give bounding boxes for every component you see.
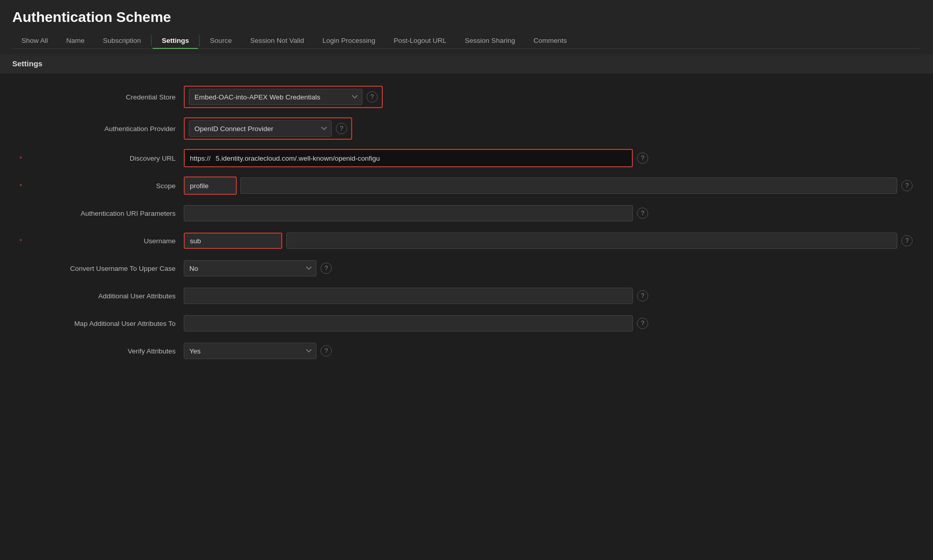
auth-provider-help-icon[interactable]: ?	[336, 123, 347, 134]
convert-username-select[interactable]: No Yes	[184, 260, 316, 276]
username-label: * Username	[20, 237, 184, 245]
tab-subscription[interactable]: Subscription	[94, 33, 150, 48]
page-header: Authentication Scheme Show All Name Subs…	[0, 0, 933, 54]
tab-settings[interactable]: Settings	[153, 33, 198, 48]
auth-uri-params-row: Authentication URI Parameters ?	[20, 204, 913, 222]
map-additional-user-attrs-label: Map Additional User Attributes To	[20, 320, 184, 327]
scope-label: * Scope	[20, 182, 184, 190]
auth-provider-label: Authentication Provider	[20, 125, 184, 133]
credential-store-row: Credential Store Embed-OAC-into-APEX Web…	[20, 86, 913, 108]
verify-attributes-row: Verify Attributes Yes No ?	[20, 342, 913, 360]
tab-login-processing[interactable]: Login Processing	[313, 33, 385, 48]
discovery-url-input[interactable]	[216, 150, 632, 166]
discovery-url-prefix: https://	[185, 151, 216, 165]
tab-session-not-valid[interactable]: Session Not Valid	[241, 33, 313, 48]
convert-username-row: Convert Username To Upper Case No Yes ?	[20, 259, 913, 277]
credential-store-label: Credential Store	[20, 93, 184, 101]
scope-extra-input[interactable]	[240, 177, 897, 194]
scope-row: * Scope ?	[20, 176, 913, 195]
tab-show-all[interactable]: Show All	[12, 33, 57, 48]
verify-attributes-label: Verify Attributes	[20, 347, 184, 355]
credential-store-select[interactable]: Embed-OAC-into-APEX Web Credentials	[189, 89, 362, 105]
scope-control: ?	[184, 176, 913, 195]
discovery-url-help-icon[interactable]: ?	[637, 152, 648, 164]
tab-separator-2	[199, 35, 200, 46]
verify-attributes-help-icon[interactable]: ?	[321, 345, 332, 357]
credential-store-highlight: Embed-OAC-into-APEX Web Credentials ?	[184, 86, 383, 108]
auth-provider-control: OpenID Connect Provider ?	[184, 117, 913, 140]
credential-store-help-icon[interactable]: ?	[366, 91, 378, 103]
map-additional-user-attrs-row: Map Additional User Attributes To ?	[20, 314, 913, 333]
tab-name[interactable]: Name	[57, 33, 94, 48]
additional-user-attrs-row: Additional User Attributes ?	[20, 287, 913, 305]
additional-user-attrs-label: Additional User Attributes	[20, 292, 184, 300]
tab-source[interactable]: Source	[201, 33, 241, 48]
auth-provider-row: Authentication Provider OpenID Connect P…	[20, 117, 913, 140]
credential-store-control: Embed-OAC-into-APEX Web Credentials ?	[184, 86, 913, 108]
page-title: Authentication Scheme	[12, 9, 921, 26]
discovery-url-label: * Discovery URL	[20, 155, 184, 162]
discovery-url-control: https:// ?	[184, 149, 913, 167]
auth-uri-params-input[interactable]	[184, 205, 633, 221]
username-input[interactable]	[185, 234, 281, 248]
scope-help-icon[interactable]: ?	[901, 180, 913, 191]
tab-comments[interactable]: Comments	[524, 33, 576, 48]
additional-user-attrs-input[interactable]	[184, 288, 633, 304]
section-heading: Settings	[0, 54, 933, 73]
username-highlight	[184, 233, 282, 249]
auth-uri-params-control: ?	[184, 205, 913, 221]
additional-user-attrs-control: ?	[184, 288, 913, 304]
scope-input[interactable]	[185, 177, 236, 194]
scope-highlight	[184, 176, 237, 195]
scope-required-star: *	[19, 182, 22, 190]
discovery-url-row: * Discovery URL https:// ?	[20, 149, 913, 167]
tab-post-logout-url[interactable]: Post-Logout URL	[384, 33, 456, 48]
convert-username-control: No Yes ?	[184, 260, 913, 276]
map-additional-user-attrs-input[interactable]	[184, 315, 633, 332]
tab-session-sharing[interactable]: Session Sharing	[456, 33, 524, 48]
discovery-url-input-wrap: https://	[184, 149, 633, 167]
discovery-url-required-star: *	[19, 155, 22, 163]
username-row: * Username ?	[20, 232, 913, 250]
verify-attributes-select[interactable]: Yes No	[184, 343, 316, 359]
verify-attributes-control: Yes No ?	[184, 343, 913, 359]
auth-provider-highlight: OpenID Connect Provider ?	[184, 117, 352, 140]
auth-uri-params-help-icon[interactable]: ?	[637, 208, 648, 219]
auth-uri-params-label: Authentication URI Parameters	[20, 210, 184, 217]
auth-provider-select[interactable]: OpenID Connect Provider	[189, 120, 332, 137]
map-additional-user-attrs-control: ?	[184, 315, 913, 332]
convert-username-label: Convert Username To Upper Case	[20, 265, 184, 272]
additional-user-attrs-help-icon[interactable]: ?	[637, 290, 648, 301]
content-area: Credential Store Embed-OAC-into-APEX Web…	[0, 73, 933, 381]
username-required-star: *	[19, 237, 22, 245]
username-extra-input[interactable]	[286, 233, 897, 249]
convert-username-help-icon[interactable]: ?	[321, 263, 332, 274]
map-additional-user-attrs-help-icon[interactable]: ?	[637, 318, 648, 329]
tab-separator-1	[151, 35, 152, 46]
username-help-icon[interactable]: ?	[901, 235, 913, 246]
username-control: ?	[184, 233, 913, 249]
tabs-bar: Show All Name Subscription Settings Sour…	[12, 33, 921, 49]
